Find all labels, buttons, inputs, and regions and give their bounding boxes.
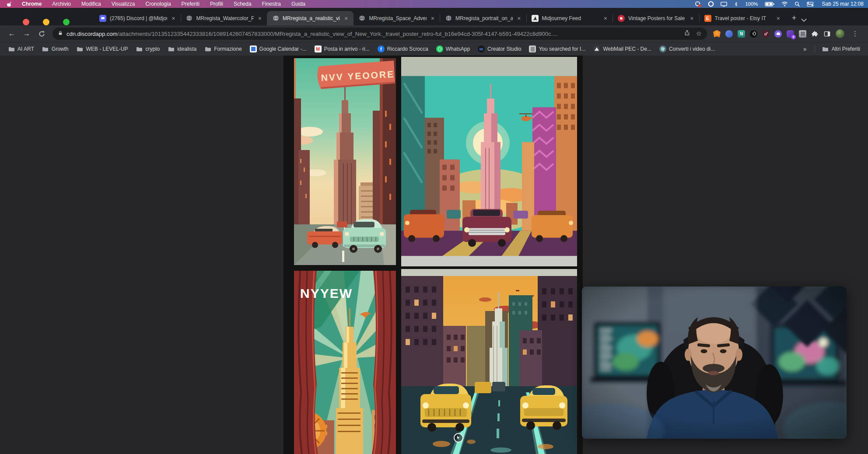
tab-close-icon[interactable]: × [689,15,694,22]
chrome-menu-kebab-icon[interactable]: ⋮ [849,30,861,38]
folder-icon [136,45,143,52]
menu-item-chrome[interactable]: Chrome [17,0,47,8]
menu-item-visualizza[interactable]: Visualizza [106,0,140,8]
tab-close-icon[interactable]: × [430,15,435,22]
whatsapp-icon [436,45,443,52]
extensions-row: N 5 ⋮ [711,29,863,38]
grid-extension-icon[interactable] [799,30,806,38]
tab-close-icon[interactable]: × [257,15,262,22]
key-extension-icon[interactable] [762,30,770,38]
chrome-tab-strip: (2765) Discord | @Midjou × MRregista_Wat… [0,8,868,25]
menu-item-modifica[interactable]: Modifica [76,0,106,8]
wifi-icon[interactable] [781,1,788,7]
bookmark-google-calendar[interactable]: Google Calendar -... [246,44,310,54]
control-center-icon[interactable] [807,2,814,7]
tab-midjourney-feed[interactable]: Midjourney Feed × [526,11,613,25]
tab-close-icon[interactable]: × [603,15,608,22]
bookmark-star-icon[interactable]: ☆ [696,30,702,38]
bookmark-folder-ai-art[interactable]: AI ART [4,44,38,54]
macos-menu-bar: Chrome Archivio Modifica Visualizza Cron… [0,0,868,8]
spotlight-search-icon[interactable] [794,1,800,7]
back-button[interactable]: ← [5,27,18,40]
globe-favicon-icon [186,15,193,22]
reload-button[interactable] [35,27,48,40]
menu-item-preferiti[interactable]: Preferiti [176,0,205,8]
url-text: cdn.discordapp.com/attachments/101351233… [66,31,681,37]
other-bookmarks-folder[interactable]: Altri Preferiti [819,44,864,54]
dark-disc-extension-icon[interactable] [750,30,757,38]
webmail-pec-icon [593,45,600,52]
bluetooth-icon[interactable] [734,1,738,7]
bookmark-folder-formazione[interactable]: Formazione [201,44,245,54]
bookmark-folder-idealista[interactable]: idealista [164,44,200,54]
new-tab-button[interactable]: + [788,11,800,25]
bookmark-facebook-profile[interactable]: fRiccardo Scrocca [374,44,432,54]
ghost-extension-icon[interactable] [774,30,782,38]
webcam-video [582,286,847,439]
window-minimize-button[interactable] [43,19,49,25]
bookmark-converti-video[interactable]: Converti i video di... [656,44,718,54]
midjourney-grid-image[interactable]: NVV YEOORE [284,56,583,454]
facebook-icon: f [378,45,385,52]
tab-discord[interactable]: (2765) Discord | @Midjou × [94,11,181,25]
midjourney-favicon-icon [532,15,539,22]
screen-record-icon[interactable] [695,1,701,7]
lock-icon[interactable] [58,30,63,38]
puzzle-extensions-icon[interactable] [811,30,819,38]
tab-close-icon[interactable]: × [516,15,522,22]
menu-item-guida[interactable]: Guida [286,0,311,8]
globe-favicon-icon [445,15,452,22]
chrome-toolbar: ← → cdn.discordapp.com/attachments/10135… [0,25,868,42]
forward-button[interactable]: → [20,27,33,40]
tab-realistic-view-active[interactable]: MRregista_a_realistic_vie × [267,11,354,25]
n-letter-extension-icon[interactable]: N [738,30,745,38]
globe-favicon-icon [359,15,366,22]
poster-new-york-retro: NVV YEOORE [294,58,396,265]
bookmark-folder-crypto[interactable]: crypto [133,44,164,54]
tab-close-icon[interactable]: × [776,15,781,22]
side-panel-icon[interactable] [823,30,831,38]
menu-item-profili[interactable]: Profili [205,0,228,8]
purple-cluster-extension-icon[interactable]: 5 [787,30,794,38]
fox-extension-icon[interactable] [713,30,721,38]
bookmark-gmail-inbox[interactable]: MPosta in arrivo - ri... [311,44,373,54]
tab-watercolor[interactable]: MRregista_Watercolor_Pa × [181,11,267,25]
share-icon[interactable] [684,30,690,38]
tab-portrait[interactable]: MRregista_portrait_on_a_ × [440,11,526,25]
display-mirroring-icon[interactable] [721,1,727,7]
poster-new-york-sunburst: NYYEW [294,271,396,454]
bookmark-whatsapp[interactable]: WhatsApp [433,44,473,54]
bookmark-folder-web-levelup[interactable]: WEB - LEVEL-UP [73,44,131,54]
poster3-title: NYYEW [300,286,353,300]
url-address-bar[interactable]: cdn.discordapp.com/attachments/101351233… [52,28,707,40]
blue-wings-extension-icon[interactable] [725,30,733,38]
folder-icon [42,45,49,52]
tab-close-icon[interactable]: × [343,15,349,22]
menu-item-archivio[interactable]: Archivio [47,0,76,8]
menu-item-scheda[interactable]: Scheda [228,0,257,8]
window-zoom-button[interactable] [63,19,70,25]
etsy-favicon-icon: E [704,15,711,22]
battery-icon[interactable] [765,1,775,7]
tab-space-adventure[interactable]: MRregista_Space_Advent × [354,11,440,25]
tab-etsy[interactable]: E Travel poster - Etsy IT × [699,11,786,25]
bookmarks-overflow-chevron[interactable]: » [799,45,811,52]
profile-avatar[interactable] [836,29,844,38]
menu-item-cronologia[interactable]: Cronologia [140,0,176,8]
menu-item-finestra[interactable]: Finestra [257,0,286,8]
menu-clock[interactable]: Sab 25 mar 12:08 [822,1,864,7]
globe-favicon-icon [272,15,279,22]
poster-new-york-sunset [401,57,577,266]
tab-search-chevron-icon[interactable] [801,16,807,24]
bookmark-creator-studio[interactable]: ∞Creator Studio [474,44,525,54]
page-content: NVV YEOORE [0,56,868,454]
tab-close-icon[interactable]: × [171,15,176,22]
window-close-button[interactable] [23,19,29,25]
bookmark-folder-growth[interactable]: Growth [38,44,72,54]
folder-icon [76,45,83,52]
bookmark-webmail-pec[interactable]: WebMail PEC - De... [590,44,654,54]
obs-status-icon[interactable] [708,1,714,7]
apple-menu-icon[interactable] [7,1,13,7]
tab-vintage-posters[interactable]: Vintage Posters for Sale | × [612,11,699,25]
bookmark-you-searched[interactable]: You searched for I... [525,44,589,54]
